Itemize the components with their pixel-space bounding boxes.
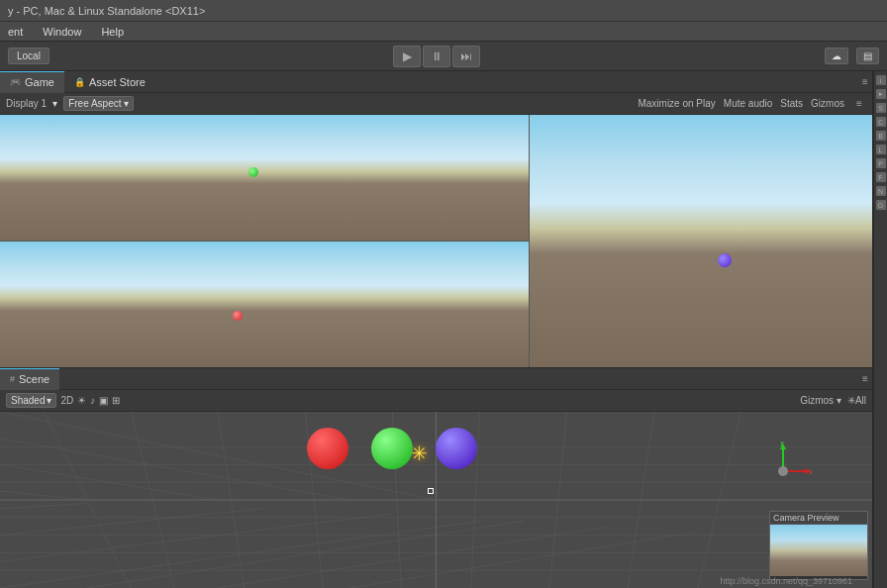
axis-svg: x y	[753, 441, 813, 501]
scene-tab-label: Scene	[19, 373, 49, 385]
game-toolbar-menu-btn[interactable]: ≡	[852, 93, 866, 115]
center-area: 🎮 Game 🔒 Asset Store ≡ Display 1 ▾ Free …	[0, 71, 873, 588]
axis-gizmo: x y	[753, 441, 813, 501]
aspect-dropdown-arrow: ▾	[124, 98, 129, 109]
watermark: http://blog.csdn.net/qq_39710961	[720, 576, 852, 586]
scene-toolbar: Shaded ▾ 2D ☀ ♪ ▣ ⊞ Gizmos ▾ ✳All	[0, 390, 872, 412]
scene-sphere-red[interactable]	[307, 428, 348, 469]
selection-indicator	[428, 488, 434, 494]
scene-panel: # Scene ≡ Shaded ▾ 2D ☀ ♪ ▣ ⊞ Gizmos ▾	[0, 368, 872, 588]
scene-audio-btn[interactable]: ♪	[90, 395, 95, 406]
tab-scene[interactable]: # Scene	[0, 368, 59, 390]
play-controls: ▶ ⏸ ⏭	[393, 46, 480, 67]
sphere-red	[233, 311, 243, 321]
sidebar-icon-10[interactable]: G	[876, 200, 886, 210]
aspect-dropdown[interactable]: Free Aspect ▾	[63, 96, 133, 111]
mute-audio-btn[interactable]: Mute audio	[724, 98, 772, 109]
gizmos-btn[interactable]: Gizmos	[811, 98, 844, 109]
main-area: 🎮 Game 🔒 Asset Store ≡ Display 1 ▾ Free …	[0, 71, 887, 588]
right-sidebar: i ▸ S C B L P F N G	[873, 71, 887, 588]
svg-line-21	[0, 491, 87, 500]
svg-line-27	[218, 527, 610, 588]
scene-all-btn[interactable]: ✳All	[847, 395, 866, 406]
svg-line-19	[0, 439, 348, 500]
tab-spacer	[155, 71, 858, 93]
scene-gizmos-btn[interactable]: Gizmos ▾	[800, 395, 841, 406]
svg-line-25	[0, 521, 480, 588]
shading-dropdown[interactable]: Shaded ▾	[6, 393, 56, 408]
menu-ent[interactable]: ent	[4, 26, 27, 38]
svg-line-24	[0, 514, 392, 561]
scene-viewport[interactable]: ✳	[0, 412, 872, 588]
local-button[interactable]: Local	[8, 48, 49, 64]
svg-point-33	[778, 466, 788, 476]
menu-bar: ent Window Help	[0, 22, 887, 42]
shading-arrow: ▾	[47, 395, 51, 406]
step-button[interactable]: ⏭	[452, 46, 480, 67]
stats-btn[interactable]: Stats	[780, 98, 803, 109]
toolbar: Local ▶ ⏸ ⏭ ☁ ▤	[0, 42, 887, 71]
scene-sphere-purple[interactable]	[436, 428, 477, 469]
svg-line-26	[87, 521, 523, 588]
title-bar: y - PC, Mac & Linux Standalone <DX11>	[0, 0, 887, 22]
sidebar-icon-8[interactable]: F	[876, 172, 886, 182]
sky-top	[0, 115, 529, 241]
maximize-on-play-btn[interactable]: Maximize on Play	[638, 98, 715, 109]
game-viewport	[0, 115, 872, 367]
svg-line-23	[0, 509, 261, 536]
sky-bottom	[0, 242, 529, 367]
scene-tab-spacer	[59, 368, 858, 390]
sky-right	[530, 115, 872, 367]
tab-asset-store[interactable]: 🔒 Asset Store	[64, 71, 155, 93]
scene-toolbar-right: Gizmos ▾ ✳All	[800, 395, 866, 406]
svg-line-22	[0, 504, 87, 509]
game-right-view	[530, 115, 872, 367]
menu-window[interactable]: Window	[39, 26, 85, 38]
sidebar-icon-6[interactable]: L	[876, 145, 886, 154]
aspect-label: Free Aspect	[68, 98, 121, 109]
display-label: Display 1	[6, 98, 47, 109]
game-sub-view-bottom	[0, 242, 529, 367]
scene-sphere-green[interactable]	[371, 428, 413, 469]
tab-game[interactable]: 🎮 Game	[0, 71, 64, 93]
asset-store-tab-label: Asset Store	[89, 76, 146, 88]
scene-fx-btn[interactable]: ⊞	[112, 395, 120, 406]
sidebar-icon-2[interactable]: ▸	[876, 89, 886, 99]
game-toolbar-right: Maximize on Play Mute audio Stats Gizmos…	[638, 93, 866, 115]
game-tab-label: Game	[25, 76, 54, 88]
sidebar-icon-4[interactable]: C	[876, 117, 886, 127]
sidebar-icon-9[interactable]: N	[876, 186, 886, 196]
account-button[interactable]: ▤	[856, 48, 879, 64]
scene-tab-menu-btn[interactable]: ≡	[858, 368, 872, 390]
scene-camera-btn[interactable]: ▣	[99, 395, 108, 406]
shading-label: Shaded	[11, 395, 45, 406]
scene-sun-btn[interactable]: ☀	[77, 395, 86, 406]
scene-sun-icon: ✳	[411, 441, 428, 465]
camera-preview: Camera Preview	[769, 511, 868, 580]
pause-button[interactable]: ⏸	[423, 46, 450, 67]
display-dropdown-icon: ▾	[52, 98, 57, 109]
game-tab-bar: 🎮 Game 🔒 Asset Store ≡	[0, 71, 872, 93]
svg-text:x: x	[809, 467, 813, 476]
svg-text:y: y	[780, 441, 784, 446]
camera-preview-view	[770, 525, 867, 576]
game-tab-icon: 🎮	[10, 77, 21, 87]
game-sub-view-top	[0, 115, 529, 242]
sidebar-icon-5[interactable]: B	[876, 131, 886, 141]
camera-preview-label: Camera Preview	[770, 512, 867, 525]
game-tab-menu-btn[interactable]: ≡	[858, 71, 872, 93]
game-toolbar: Display 1 ▾ Free Aspect ▾ Maximize on Pl…	[0, 93, 872, 115]
game-panel: 🎮 Game 🔒 Asset Store ≡ Display 1 ▾ Free …	[0, 71, 872, 368]
sidebar-icon-1[interactable]: i	[876, 75, 886, 85]
cloud-button[interactable]: ☁	[825, 48, 848, 64]
title-text: y - PC, Mac & Linux Standalone <DX11>	[8, 5, 205, 17]
scene-2d-btn[interactable]: 2D	[60, 395, 73, 406]
sidebar-icon-7[interactable]: P	[876, 158, 886, 168]
scene-tab-bar: # Scene ≡	[0, 368, 872, 390]
menu-help[interactable]: Help	[97, 26, 128, 38]
sidebar-icon-3[interactable]: S	[876, 103, 886, 113]
game-left-views	[0, 115, 530, 367]
scene-grid	[0, 412, 872, 588]
play-button[interactable]: ▶	[393, 46, 421, 67]
asset-store-tab-icon: 🔒	[74, 77, 85, 87]
